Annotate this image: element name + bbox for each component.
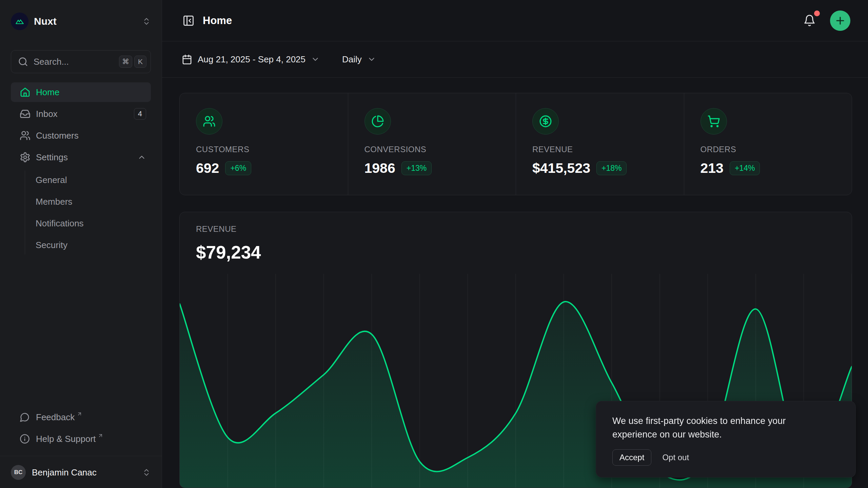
filter-toolbar: Aug 21, 2025 - Sep 4, 2025 Daily <box>162 41 868 78</box>
chevron-down-icon <box>311 55 320 64</box>
feedback-link[interactable]: Feedback <box>11 408 151 427</box>
stat-label: REVENUE <box>532 145 668 154</box>
user-name: Benjamin Canac <box>32 467 97 478</box>
page-header: Home <box>162 0 868 41</box>
stat-card-conversions[interactable]: CONVERSIONS 1986 +13% <box>348 93 516 195</box>
brand-name: Nuxt <box>34 16 57 27</box>
plus-icon <box>834 15 846 26</box>
avatar: BC <box>11 465 26 480</box>
stat-label: CONVERSIONS <box>364 145 500 154</box>
bell-icon <box>803 14 816 27</box>
stats-row: CUSTOMERS 692 +6% CONVERSIONS 1986 +13% <box>179 93 852 195</box>
sidebar-subitem-members[interactable]: Members <box>25 192 151 211</box>
stat-delta-badge: +14% <box>730 161 760 175</box>
sidebar-secondary-nav: Feedback Help & Support BC <box>11 408 151 488</box>
workspace-switcher[interactable]: Nuxt <box>11 12 151 30</box>
stat-card-orders[interactable]: ORDERS 213 +14% <box>684 93 852 195</box>
stat-value: 213 <box>701 160 724 176</box>
sidebar: Nuxt Search... ⌘ K Home <box>0 0 162 488</box>
sidebar-item-settings[interactable]: Settings <box>11 147 151 167</box>
search-icon <box>18 57 28 67</box>
header-actions <box>801 11 850 31</box>
add-button[interactable] <box>830 11 850 31</box>
circle-dollar-icon <box>532 108 559 135</box>
message-circle-icon <box>20 412 30 422</box>
stat-delta-badge: +13% <box>401 161 432 175</box>
shopping-cart-icon <box>701 108 727 135</box>
chevrons-up-down-icon <box>142 468 151 477</box>
search-shortcut: ⌘ K <box>119 56 146 68</box>
kbd-cmd: ⌘ <box>119 56 132 68</box>
users-icon <box>20 130 31 141</box>
sidebar-item-customers[interactable]: Customers <box>11 126 151 145</box>
info-circle-icon <box>20 434 30 444</box>
user-menu[interactable]: BC Benjamin Canac <box>11 465 151 480</box>
revenue-panel-value: $79,234 <box>196 242 835 263</box>
cookie-accept-button[interactable]: Accept <box>612 449 651 466</box>
sidebar-item-label: Customers <box>36 130 79 141</box>
sidebar-user-footer: BC Benjamin Canac <box>0 456 162 488</box>
sidebar-subitem-notifications[interactable]: Notifications <box>25 214 151 233</box>
sidebar-item-label: Inbox <box>36 109 58 119</box>
stat-card-revenue[interactable]: REVENUE $415,523 +18% <box>516 93 684 195</box>
cookie-banner: We use first-party cookies to enhance yo… <box>596 401 856 477</box>
help-support-link[interactable]: Help & Support <box>11 429 151 448</box>
interval-label: Daily <box>342 54 362 65</box>
inbox-icon <box>20 108 31 119</box>
sidebar-subitem-security[interactable]: Security <box>25 236 151 255</box>
sidebar-item-label: Settings <box>36 152 68 163</box>
panel-left-close-icon <box>182 15 195 27</box>
revenue-panel-label: REVENUE <box>196 224 835 234</box>
stat-label: CUSTOMERS <box>196 145 332 154</box>
collapse-sidebar-button[interactable] <box>180 12 197 29</box>
cookie-message: We use first-party cookies to enhance yo… <box>612 414 816 441</box>
date-range-label: Aug 21, 2025 - Sep 4, 2025 <box>198 54 305 65</box>
stat-value: 1986 <box>364 160 395 176</box>
search-input[interactable]: Search... ⌘ K <box>11 50 151 73</box>
stat-delta-badge: +18% <box>596 161 627 175</box>
inbox-count-badge: 4 <box>134 108 146 120</box>
sidebar-subitem-general[interactable]: General <box>25 170 151 189</box>
sidebar-item-inbox[interactable]: Inbox 4 <box>11 104 151 124</box>
users-icon <box>196 108 222 135</box>
pie-chart-icon <box>364 108 391 135</box>
secondary-item-label: Help & Support <box>36 434 96 444</box>
stat-value: $415,523 <box>532 160 590 176</box>
stat-delta-badge: +6% <box>225 161 251 175</box>
arrow-up-right-icon <box>98 433 103 439</box>
calendar-icon <box>182 54 192 65</box>
chevrons-up-down-icon <box>142 17 151 26</box>
gear-icon <box>20 152 31 163</box>
interval-select[interactable]: Daily <box>340 51 378 68</box>
stat-card-customers[interactable]: CUSTOMERS 692 +6% <box>180 93 348 195</box>
stat-value: 692 <box>196 160 219 176</box>
house-icon <box>20 87 31 98</box>
sidebar-nav: Home Inbox 4 Customers <box>11 82 151 256</box>
chevron-up-icon <box>137 153 146 162</box>
search-placeholder: Search... <box>34 57 69 67</box>
nuxt-logo-icon <box>11 13 28 30</box>
settings-subnav: General Members Notifications Security <box>25 170 151 255</box>
notification-dot <box>814 11 820 16</box>
notifications-button[interactable] <box>801 12 818 29</box>
sidebar-item-label: Home <box>36 87 59 98</box>
stat-label: ORDERS <box>701 145 836 154</box>
sidebar-item-home[interactable]: Home <box>11 82 151 102</box>
date-range-picker[interactable]: Aug 21, 2025 - Sep 4, 2025 <box>180 51 322 68</box>
page-title: Home <box>203 15 232 27</box>
chevron-down-icon <box>367 55 376 64</box>
arrow-up-right-icon <box>77 411 82 417</box>
kbd-k: K <box>134 56 146 68</box>
cookie-opt-out-button[interactable]: Opt out <box>661 450 690 465</box>
secondary-item-label: Feedback <box>36 412 75 423</box>
